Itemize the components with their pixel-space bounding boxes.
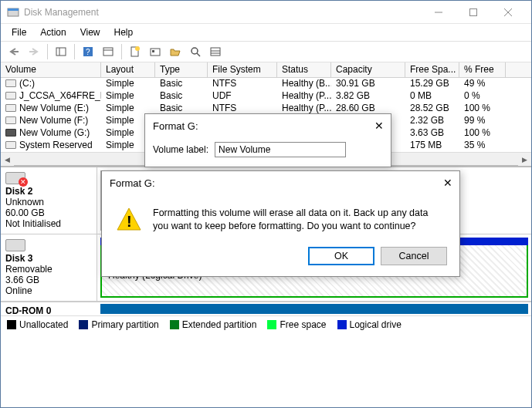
legend: Unallocated Primary partition Extended p… xyxy=(1,315,531,332)
col-type[interactable]: Type xyxy=(155,62,208,77)
svg-rect-12 xyxy=(103,48,113,56)
dialog-title: Format G: xyxy=(110,177,155,189)
volume-icon xyxy=(5,129,16,137)
legend-primary: Primary partition xyxy=(91,319,158,330)
back-icon[interactable] xyxy=(5,43,22,60)
svg-rect-8 xyxy=(56,48,66,56)
svg-rect-16 xyxy=(151,49,160,56)
scroll-left-icon[interactable]: ◀ xyxy=(1,153,14,166)
col-free[interactable]: Free Spa... xyxy=(405,62,459,77)
svg-line-19 xyxy=(197,53,200,56)
svg-rect-20 xyxy=(211,48,220,56)
help-icon[interactable]: ? xyxy=(80,43,97,60)
disk-line: 3.66 GB xyxy=(5,275,92,285)
volume-label-text: Volume label: xyxy=(153,144,208,155)
dialog-title: Format G: xyxy=(153,120,198,132)
disk-icon xyxy=(5,239,25,251)
list-icon[interactable] xyxy=(207,43,224,60)
toolbar: ? xyxy=(1,41,531,62)
grid-header: Volume Layout Type File System Status Ca… xyxy=(1,62,531,78)
svg-rect-17 xyxy=(152,50,154,52)
legend-logical: Logical drive xyxy=(350,319,402,330)
disk-title: Disk 3 xyxy=(5,253,92,264)
maximize-button[interactable] xyxy=(456,1,490,23)
new-icon[interactable] xyxy=(127,43,144,60)
window-title: Disk Management xyxy=(24,7,421,18)
col-capacity[interactable]: Capacity xyxy=(331,62,405,77)
volume-icon xyxy=(5,116,16,124)
minimize-button[interactable] xyxy=(421,1,456,23)
confirm-dialog: Format G: ✕ ! Formatting this volume wil… xyxy=(101,170,460,277)
disk-line: Unknown xyxy=(5,197,92,207)
refresh-icon[interactable] xyxy=(187,43,204,60)
close-button[interactable] xyxy=(490,1,525,23)
volume-label-input[interactable] xyxy=(215,142,346,157)
menu-file[interactable]: File xyxy=(5,25,32,39)
disk-line: Removable xyxy=(5,264,92,275)
col-layout[interactable]: Layout xyxy=(101,62,155,77)
volume-icon xyxy=(5,104,16,112)
forward-icon[interactable] xyxy=(25,43,42,60)
menubar: File Action View Help xyxy=(1,24,531,41)
disk-line: Not Initialised xyxy=(5,218,92,229)
svg-text:!: ! xyxy=(127,213,132,230)
svg-point-18 xyxy=(191,48,198,54)
cdrom-row[interactable]: CD-ROM 0 xyxy=(1,302,531,315)
col-status[interactable]: Status xyxy=(277,62,331,77)
svg-rect-3 xyxy=(469,8,476,15)
confirm-message: Formatting this volume will erase all da… xyxy=(153,207,446,233)
scroll-right-icon[interactable]: ▶ xyxy=(518,153,531,166)
legend-free: Free space xyxy=(280,319,326,330)
cancel-button[interactable]: Cancel xyxy=(381,247,447,265)
col-fs[interactable]: File System xyxy=(208,62,277,77)
table-row[interactable]: J_CCSA_X64FRE_E...SimpleBasicUDFHealthy … xyxy=(1,90,531,103)
settings-icon[interactable] xyxy=(100,43,117,60)
app-icon xyxy=(7,6,19,19)
format-dialog: Format G: ✕ Volume label: xyxy=(144,113,391,167)
ok-button[interactable]: OK xyxy=(308,247,374,265)
col-pct[interactable]: % Free xyxy=(459,62,506,77)
disk-line: 60.00 GB xyxy=(5,207,92,218)
close-icon[interactable]: ✕ xyxy=(368,114,391,137)
disk-line: Online xyxy=(5,285,92,296)
svg-text:?: ? xyxy=(86,48,90,56)
table-row[interactable]: (C:)SimpleBasicNTFSHealthy (B...30.91 GB… xyxy=(1,78,531,90)
menu-action[interactable]: Action xyxy=(34,25,72,39)
legend-unallocated: Unallocated xyxy=(19,319,68,330)
properties-icon[interactable] xyxy=(147,43,164,60)
svg-rect-1 xyxy=(8,8,19,11)
volume-icon xyxy=(5,141,16,149)
menu-view[interactable]: View xyxy=(74,25,107,39)
view-icon[interactable] xyxy=(53,43,69,60)
volume-icon xyxy=(5,79,16,87)
disk-error-icon xyxy=(5,172,25,184)
titlebar: Disk Management xyxy=(1,1,531,24)
svg-point-15 xyxy=(135,46,140,51)
volume-icon xyxy=(5,92,16,99)
close-icon[interactable]: ✕ xyxy=(436,171,459,194)
open-icon[interactable] xyxy=(167,43,184,60)
col-volume[interactable]: Volume xyxy=(1,62,101,77)
menu-help[interactable]: Help xyxy=(108,25,140,39)
cdrom-title: CD-ROM 0 xyxy=(5,305,51,315)
warning-icon: ! xyxy=(116,207,142,233)
legend-extended: Extended partition xyxy=(182,319,257,330)
disk-title: Disk 2 xyxy=(5,186,92,197)
